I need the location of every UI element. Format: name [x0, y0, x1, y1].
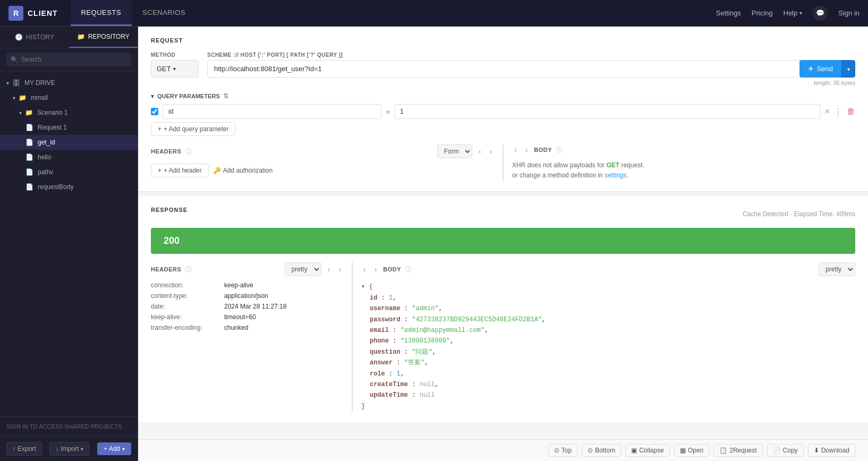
- headers-info-icon[interactable]: ⓘ: [185, 147, 192, 156]
- response-body-pretty-select[interactable]: pretty: [819, 262, 855, 276]
- response-section: RESPONSE Cache Detected - Elapsed Time: …: [138, 196, 868, 422]
- header-key: date:: [151, 303, 220, 310]
- copy-button[interactable]: 📄 Copy: [767, 444, 804, 457]
- header-key: keep-alive:: [151, 313, 220, 321]
- response-headers-body-row: HEADERS ⓘ pretty ‹ › connection: keep-al…: [151, 262, 855, 412]
- tree-item-mmall[interactable]: ▾ 📁 mmall +: [0, 90, 138, 105]
- add-query-param-button[interactable]: + + Add query parameter: [151, 122, 235, 136]
- header-value: keep-alive: [224, 281, 253, 289]
- tree-item-pathv[interactable]: 📄 pathv +: [0, 165, 138, 180]
- add-authorization-button[interactable]: 🔑 Add authorization: [213, 167, 273, 174]
- nav-right: Settings Pricing Help ▾ 💬 Sign in: [716, 6, 860, 21]
- tree-item-requestbody[interactable]: 📄 requestBody +: [0, 180, 138, 194]
- tree-label-hello: hello: [38, 153, 51, 161]
- request-section: REQUEST METHOD GET ▾ SCHEME :// HOST [':…: [138, 27, 868, 192]
- top-button[interactable]: ⊙ Top: [548, 444, 577, 457]
- header-value: chunked: [224, 324, 248, 331]
- tree-label-mmall: mmall: [31, 94, 48, 101]
- bottom-button[interactable]: ⊙ Bottom: [582, 444, 621, 457]
- body-title: BODY: [534, 147, 552, 153]
- method-select[interactable]: GET ▾: [151, 60, 199, 78]
- signin-link[interactable]: Sign in: [838, 9, 860, 17]
- response-headers-info-icon[interactable]: ⓘ: [185, 265, 192, 274]
- response-headers-header: HEADERS ⓘ pretty ‹ ›: [151, 262, 343, 276]
- close-icon[interactable]: ×: [825, 107, 830, 116]
- response-title: RESPONSE: [151, 207, 188, 213]
- search-input[interactable]: [6, 53, 131, 66]
- sidebar-tab-repository[interactable]: 📁 REPOSITORY: [69, 27, 138, 48]
- query-params-header[interactable]: ▾ QUERY PARAMETERS ⇅: [151, 92, 855, 100]
- help-link[interactable]: Help ▾: [784, 9, 803, 17]
- tab-requests[interactable]: REQUESTS: [71, 0, 132, 26]
- body-prev-arrow[interactable]: ‹: [512, 144, 519, 155]
- response-body-prev-arrow[interactable]: ‹: [361, 264, 368, 275]
- send-dropdown-button[interactable]: ▾: [841, 60, 855, 78]
- body-next-arrow[interactable]: ›: [523, 144, 530, 155]
- headers-title: HEADERS: [151, 148, 181, 155]
- send-button[interactable]: ✈ Send: [799, 60, 841, 78]
- body-info-icon[interactable]: ⓘ: [556, 146, 563, 155]
- headers-form-select[interactable]: Form: [437, 144, 472, 158]
- query-params-title: QUERY PARAMETERS: [157, 93, 220, 99]
- response-body-panel: ‹ › BODY ⓘ pretty ▾ { id : 1, username :…: [353, 262, 855, 412]
- chat-icon[interactable]: 💬: [813, 6, 828, 21]
- tree-item-scenario1[interactable]: ▾ 📁 Scenario 1 +: [0, 105, 138, 120]
- add-button[interactable]: + Add ▾: [97, 442, 131, 455]
- file-icon: 📄: [25, 124, 33, 131]
- pricing-link[interactable]: Pricing: [752, 9, 773, 17]
- drive-icon: 🗄️: [12, 79, 20, 87]
- tree-item-my-drive[interactable]: ▾ 🗄️ MY DRIVE +: [0, 75, 138, 90]
- sidebar-bottom-toolbar: ↑ Export ↓ Import ▾ + Add ▾: [0, 436, 138, 461]
- export-button[interactable]: ↑ Export: [6, 442, 42, 456]
- import-button[interactable]: ↓ Import ▾: [49, 442, 89, 456]
- collapse-arrow-icon: ▾: [13, 95, 15, 101]
- to-request-button[interactable]: 📋 2Request: [713, 444, 762, 457]
- sidebar: 🕐 HISTORY 📁 REPOSITORY ▾ 🗄️ MY DRIVE +: [0, 27, 138, 461]
- open-button[interactable]: ▦ Open: [674, 444, 709, 457]
- chevron-down-icon: ▾: [173, 66, 176, 72]
- folder-icon: 📁: [19, 94, 27, 101]
- sidebar-tab-history[interactable]: 🕐 HISTORY: [0, 27, 69, 48]
- tree-item-get-id[interactable]: 📄 get_id +: [0, 135, 138, 150]
- bottom-toolbar: ⊙ Top ⊙ Bottom ▣ Collapse ▦ Open 📋 2Requ…: [138, 439, 868, 461]
- response-headers-prev-arrow[interactable]: ‹: [326, 264, 333, 275]
- param-checkbox[interactable]: [151, 108, 158, 115]
- tree-label-requestbody: requestBody: [38, 183, 73, 191]
- header-row-date: date: 2024 Mar 28 11:27:18: [151, 303, 343, 310]
- url-input[interactable]: [207, 60, 799, 78]
- response-headers-title: HEADERS: [151, 266, 181, 272]
- response-headers-list: connection: keep-alive content-type: app…: [151, 281, 343, 331]
- tree-label-scenario1: Scenario 1: [37, 109, 67, 116]
- settings-link[interactable]: Settings: [716, 9, 741, 17]
- add-header-button[interactable]: + + Add header: [151, 164, 209, 177]
- body-panel: ‹ › BODY ⓘ XHR does not allow payloads f…: [504, 144, 855, 181]
- send-icon: ✈: [808, 65, 814, 73]
- response-body-next-arrow[interactable]: ›: [372, 264, 379, 275]
- headers-header: HEADERS ⓘ Form ‹ ›: [151, 144, 494, 158]
- param-value-input[interactable]: [394, 104, 821, 119]
- tree-item-request1[interactable]: 📄 Request 1 +: [0, 120, 138, 135]
- sort-icon[interactable]: ⇅: [223, 92, 228, 100]
- collapse-button[interactable]: ▣ Collapse: [625, 444, 670, 457]
- header-row-transfer-encoding: transfer-encoding: chunked: [151, 324, 343, 331]
- send-button-group: ✈ Send ▾: [799, 60, 855, 78]
- more-options-icon[interactable]: ⋮: [834, 107, 843, 117]
- response-body-json: ▾ { id : 1, username : "admin", password…: [361, 281, 855, 412]
- settings-link[interactable]: settings: [605, 172, 626, 179]
- response-headers-pretty-select[interactable]: pretty: [285, 262, 321, 276]
- response-headers-next-arrow[interactable]: ›: [336, 264, 343, 275]
- response-body-info-icon[interactable]: ⓘ: [405, 265, 412, 274]
- file-icon: 📄: [25, 153, 33, 161]
- chevron-down-icon: ▾: [799, 10, 802, 16]
- tab-scenarios[interactable]: SCENARIOS: [132, 0, 196, 26]
- param-key-input[interactable]: [163, 104, 381, 119]
- headers-prev-arrow[interactable]: ‹: [476, 146, 483, 157]
- tree-item-hello[interactable]: 📄 hello +: [0, 150, 138, 165]
- header-value: 2024 Mar 28 11:27:18: [224, 303, 286, 310]
- chevron-down-icon: ▾: [81, 446, 83, 452]
- download-button[interactable]: ⬇ Download: [808, 444, 855, 457]
- delete-icon[interactable]: 🗑: [847, 107, 855, 116]
- status-code-bar: 200: [151, 228, 855, 254]
- headers-next-arrow[interactable]: ›: [487, 146, 494, 157]
- app-name: CLIENT: [28, 9, 58, 18]
